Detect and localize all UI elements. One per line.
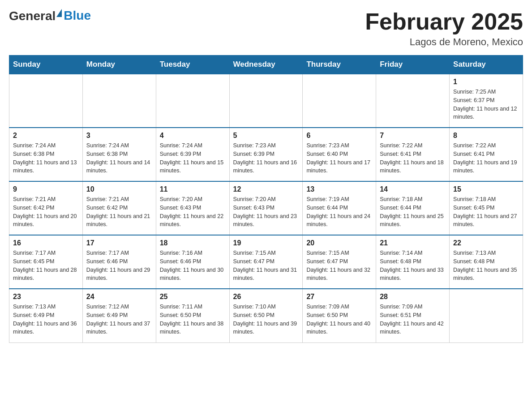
month-title: February 2025 bbox=[365, 9, 523, 34]
week-row-1: 1Sunrise: 7:25 AMSunset: 6:37 PMDaylight… bbox=[9, 74, 523, 128]
day-info: Sunrise: 7:24 AMSunset: 6:39 PMDaylight:… bbox=[160, 141, 226, 175]
day-info: Sunrise: 7:11 AMSunset: 6:50 PMDaylight:… bbox=[160, 303, 226, 336]
day-number: 19 bbox=[233, 239, 299, 247]
calendar-cell: 20Sunrise: 7:15 AMSunset: 6:47 PMDayligh… bbox=[303, 235, 376, 289]
calendar-cell: 11Sunrise: 7:20 AMSunset: 6:43 PMDayligh… bbox=[156, 181, 229, 235]
calendar-cell: 25Sunrise: 7:11 AMSunset: 6:50 PMDayligh… bbox=[156, 289, 229, 342]
calendar-cell: 27Sunrise: 7:09 AMSunset: 6:50 PMDayligh… bbox=[303, 289, 376, 342]
day-number: 9 bbox=[13, 185, 79, 193]
header-friday: Friday bbox=[376, 56, 450, 74]
day-info: Sunrise: 7:23 AMSunset: 6:39 PMDaylight:… bbox=[233, 141, 299, 175]
day-number: 23 bbox=[13, 293, 79, 301]
logo: General Blue bbox=[9, 9, 91, 23]
day-number: 11 bbox=[160, 185, 226, 193]
day-number: 13 bbox=[306, 185, 372, 193]
day-number: 25 bbox=[160, 293, 226, 301]
day-info: Sunrise: 7:22 AMSunset: 6:41 PMDaylight:… bbox=[453, 141, 519, 175]
week-row-4: 16Sunrise: 7:17 AMSunset: 6:45 PMDayligh… bbox=[9, 235, 523, 289]
calendar-cell: 3Sunrise: 7:24 AMSunset: 6:38 PMDaylight… bbox=[82, 128, 156, 181]
calendar-cell bbox=[82, 74, 156, 128]
calendar-cell: 21Sunrise: 7:14 AMSunset: 6:48 PMDayligh… bbox=[376, 235, 450, 289]
calendar-cell: 23Sunrise: 7:13 AMSunset: 6:49 PMDayligh… bbox=[9, 289, 83, 342]
week-row-2: 2Sunrise: 7:24 AMSunset: 6:38 PMDaylight… bbox=[9, 128, 523, 181]
calendar-cell bbox=[9, 74, 83, 128]
calendar-cell: 14Sunrise: 7:18 AMSunset: 6:44 PMDayligh… bbox=[376, 181, 450, 235]
day-info: Sunrise: 7:09 AMSunset: 6:51 PMDaylight:… bbox=[380, 303, 446, 336]
day-info: Sunrise: 7:23 AMSunset: 6:40 PMDaylight:… bbox=[306, 141, 372, 175]
calendar-cell: 12Sunrise: 7:20 AMSunset: 6:43 PMDayligh… bbox=[229, 181, 303, 235]
logo-triangle-icon bbox=[56, 9, 62, 17]
day-info: Sunrise: 7:21 AMSunset: 6:42 PMDaylight:… bbox=[86, 195, 152, 229]
day-number: 14 bbox=[380, 185, 446, 193]
day-number: 3 bbox=[86, 132, 152, 140]
calendar-cell: 2Sunrise: 7:24 AMSunset: 6:38 PMDaylight… bbox=[9, 128, 83, 181]
day-info: Sunrise: 7:17 AMSunset: 6:45 PMDaylight:… bbox=[13, 249, 79, 283]
day-info: Sunrise: 7:16 AMSunset: 6:46 PMDaylight:… bbox=[160, 249, 226, 283]
day-number: 26 bbox=[233, 293, 299, 301]
calendar-cell: 22Sunrise: 7:13 AMSunset: 6:48 PMDayligh… bbox=[450, 235, 523, 289]
calendar-cell bbox=[376, 74, 450, 128]
week-row-3: 9Sunrise: 7:21 AMSunset: 6:42 PMDaylight… bbox=[9, 181, 523, 235]
day-info: Sunrise: 7:20 AMSunset: 6:43 PMDaylight:… bbox=[160, 195, 226, 229]
day-info: Sunrise: 7:20 AMSunset: 6:43 PMDaylight:… bbox=[233, 195, 299, 229]
day-info: Sunrise: 7:17 AMSunset: 6:46 PMDaylight:… bbox=[86, 249, 152, 283]
header-sunday: Sunday bbox=[9, 56, 83, 74]
calendar-cell: 16Sunrise: 7:17 AMSunset: 6:45 PMDayligh… bbox=[9, 235, 83, 289]
header-right: February 2025 Lagos de Moreno, Mexico bbox=[365, 9, 523, 48]
header-monday: Monday bbox=[82, 56, 156, 74]
day-number: 22 bbox=[453, 239, 519, 247]
calendar-cell: 17Sunrise: 7:17 AMSunset: 6:46 PMDayligh… bbox=[82, 235, 156, 289]
day-number: 5 bbox=[233, 132, 299, 140]
day-number: 6 bbox=[306, 132, 372, 140]
day-info: Sunrise: 7:10 AMSunset: 6:50 PMDaylight:… bbox=[233, 303, 299, 336]
calendar-cell: 9Sunrise: 7:21 AMSunset: 6:42 PMDaylight… bbox=[9, 181, 83, 235]
day-number: 1 bbox=[453, 78, 519, 86]
day-info: Sunrise: 7:15 AMSunset: 6:47 PMDaylight:… bbox=[233, 249, 299, 283]
calendar-table: SundayMondayTuesdayWednesdayThursdayFrid… bbox=[9, 55, 523, 343]
day-info: Sunrise: 7:19 AMSunset: 6:44 PMDaylight:… bbox=[306, 195, 372, 229]
calendar-cell bbox=[450, 289, 523, 342]
day-number: 4 bbox=[160, 132, 226, 140]
calendar-cell bbox=[229, 74, 303, 128]
day-number: 21 bbox=[380, 239, 446, 247]
calendar-cell: 15Sunrise: 7:18 AMSunset: 6:45 PMDayligh… bbox=[450, 181, 523, 235]
day-number: 7 bbox=[380, 132, 446, 140]
header-tuesday: Tuesday bbox=[156, 56, 229, 74]
day-info: Sunrise: 7:25 AMSunset: 6:37 PMDaylight:… bbox=[453, 88, 519, 121]
day-info: Sunrise: 7:24 AMSunset: 6:38 PMDaylight:… bbox=[13, 141, 79, 175]
calendar-cell: 1Sunrise: 7:25 AMSunset: 6:37 PMDaylight… bbox=[450, 74, 523, 128]
day-number: 28 bbox=[380, 293, 446, 301]
day-info: Sunrise: 7:18 AMSunset: 6:44 PMDaylight:… bbox=[380, 195, 446, 229]
day-number: 20 bbox=[306, 239, 372, 247]
calendar-cell: 4Sunrise: 7:24 AMSunset: 6:39 PMDaylight… bbox=[156, 128, 229, 181]
logo-general: General bbox=[9, 9, 56, 23]
calendar-cell: 18Sunrise: 7:16 AMSunset: 6:46 PMDayligh… bbox=[156, 235, 229, 289]
day-number: 8 bbox=[453, 132, 519, 140]
page-header: General Blue February 2025 Lagos de More… bbox=[9, 9, 523, 48]
day-info: Sunrise: 7:09 AMSunset: 6:50 PMDaylight:… bbox=[306, 303, 372, 336]
day-number: 24 bbox=[86, 293, 152, 301]
calendar-cell: 13Sunrise: 7:19 AMSunset: 6:44 PMDayligh… bbox=[303, 181, 376, 235]
day-info: Sunrise: 7:15 AMSunset: 6:47 PMDaylight:… bbox=[306, 249, 372, 283]
day-number: 10 bbox=[86, 185, 152, 193]
day-info: Sunrise: 7:18 AMSunset: 6:45 PMDaylight:… bbox=[453, 195, 519, 229]
calendar-cell bbox=[156, 74, 229, 128]
calendar-cell: 28Sunrise: 7:09 AMSunset: 6:51 PMDayligh… bbox=[376, 289, 450, 342]
location: Lagos de Moreno, Mexico bbox=[365, 36, 523, 48]
day-info: Sunrise: 7:21 AMSunset: 6:42 PMDaylight:… bbox=[13, 195, 79, 229]
header-wednesday: Wednesday bbox=[229, 56, 303, 74]
day-info: Sunrise: 7:24 AMSunset: 6:38 PMDaylight:… bbox=[86, 141, 152, 175]
day-number: 12 bbox=[233, 185, 299, 193]
calendar-cell: 10Sunrise: 7:21 AMSunset: 6:42 PMDayligh… bbox=[82, 181, 156, 235]
header-saturday: Saturday bbox=[450, 56, 523, 74]
week-row-5: 23Sunrise: 7:13 AMSunset: 6:49 PMDayligh… bbox=[9, 289, 523, 342]
calendar-cell: 5Sunrise: 7:23 AMSunset: 6:39 PMDaylight… bbox=[229, 128, 303, 181]
day-number: 15 bbox=[453, 185, 519, 193]
calendar-cell: 26Sunrise: 7:10 AMSunset: 6:50 PMDayligh… bbox=[229, 289, 303, 342]
day-info: Sunrise: 7:14 AMSunset: 6:48 PMDaylight:… bbox=[380, 249, 446, 283]
day-number: 2 bbox=[13, 132, 79, 140]
calendar-header-row: SundayMondayTuesdayWednesdayThursdayFrid… bbox=[9, 56, 523, 74]
logo-blue: Blue bbox=[64, 9, 91, 22]
day-number: 18 bbox=[160, 239, 226, 247]
day-info: Sunrise: 7:12 AMSunset: 6:49 PMDaylight:… bbox=[86, 303, 152, 336]
